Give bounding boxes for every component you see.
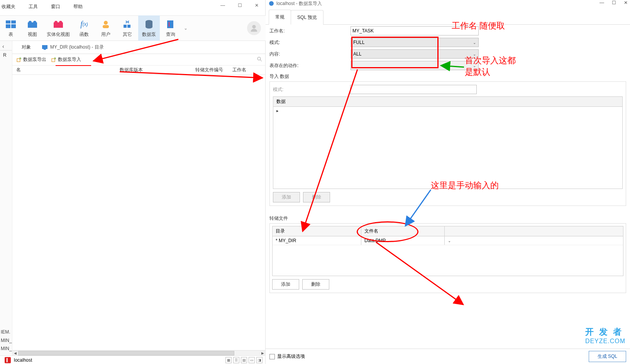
view-grid-icon[interactable]: ▦	[225, 357, 232, 363]
data-grid: 数据 ▸	[273, 96, 623, 189]
minimize-button[interactable]: —	[214, 0, 231, 11]
svg-point-9	[104, 21, 108, 25]
svg-rect-12	[127, 25, 130, 28]
search-icon[interactable]	[257, 56, 262, 63]
button-generate-sql[interactable]: 生成 SQL	[589, 351, 626, 362]
dialog-window-controls: — ☐ ✕	[600, 0, 628, 5]
menu-help[interactable]: 帮助	[73, 2, 83, 13]
select-table-exists[interactable]: ⌄	[351, 61, 479, 70]
tab-sqlpreview[interactable]: SQL 预览	[291, 10, 323, 25]
chevron-left-icon[interactable]: ‹	[2, 43, 4, 49]
status-host: localhost	[14, 357, 32, 363]
col-dumpno[interactable]: 转储文件编号	[191, 67, 229, 73]
action-export[interactable]: 数据泵导出	[15, 56, 47, 64]
toolbar-materialized-view[interactable]: 实体化视图	[43, 15, 73, 41]
user-avatar[interactable]	[247, 21, 261, 35]
cell-filename[interactable]: Data.DMP	[361, 236, 445, 245]
menu-window[interactable]: 窗口	[50, 2, 61, 13]
status-bar: ▍ localhost ▦ ☰ ▤ ▭ ◨	[0, 356, 266, 364]
checkbox-advanced[interactable]	[269, 354, 275, 359]
dialog-maximize-button[interactable]: ☐	[612, 0, 616, 5]
button-delete-dump[interactable]: 删除	[302, 279, 329, 290]
scroll-right-icon[interactable]: ▶	[260, 351, 265, 356]
section-import-data: 导入 数据	[269, 73, 626, 80]
col-jobname[interactable]: 工作名	[229, 67, 265, 73]
menu-tools[interactable]: 工具	[28, 2, 39, 13]
dropdown-icon[interactable]: ⌄	[448, 239, 451, 243]
view-mode-icons: ▦ ☰ ▤ ▭ ◨	[225, 357, 262, 363]
toolbar-query[interactable]: 查询	[160, 15, 181, 41]
data-grid-cursor[interactable]: ▸	[273, 107, 622, 115]
dump-grid-header: 目录 文件名	[273, 226, 623, 236]
dump-file-grid: 目录 文件名 * MY_DIR Data.DMP ⌄	[272, 226, 623, 276]
view-small-icon[interactable]: ▤	[241, 357, 247, 363]
toolbar-function[interactable]: f(x)函数	[73, 15, 95, 41]
label-advanced: 显示高级选项	[277, 353, 305, 360]
label-jobname: 工作名:	[269, 28, 351, 34]
svg-point-23	[257, 57, 261, 60]
panel-dump-file: 目录 文件名 * MY_DIR Data.DMP ⌄ 添加 删除	[269, 223, 626, 293]
label-content: 内容:	[269, 51, 351, 57]
input-inner-mode[interactable]	[350, 85, 477, 94]
editor-tabs: 对象 MY_DIR (localhost) - 目录	[12, 41, 265, 54]
svg-rect-19	[42, 45, 47, 49]
svg-point-25	[269, 1, 274, 6]
svg-point-4	[29, 21, 32, 24]
dialog-title: localhost - 数据泵导入	[266, 0, 630, 8]
tab-objects[interactable]: 对象	[16, 42, 36, 53]
select-mode[interactable]: FULL⌄	[351, 38, 479, 47]
horizontal-scrollbar[interactable]: ◀ ▶	[12, 350, 265, 356]
dialog-close-button[interactable]: ✕	[624, 0, 628, 5]
cell-directory[interactable]: * MY_DIR	[273, 236, 361, 245]
connection-icon: ▍	[5, 357, 11, 363]
maximize-button[interactable]: ☐	[231, 0, 248, 11]
col-dbversion[interactable]: 数据库版本	[116, 67, 191, 73]
grid-buttons: 添加 删除	[273, 192, 623, 202]
view-detail-icon[interactable]: ▭	[249, 357, 255, 363]
toolbar-other[interactable]: 其它	[117, 15, 138, 41]
toolbar-datapump[interactable]: 数据泵	[138, 15, 160, 41]
panel-import-data: 模式: 数据 ▸ 添加 删除	[269, 81, 626, 206]
dialog-tabs: 常规 SQL 预览	[266, 9, 630, 25]
toolbar-user[interactable]: 用户	[95, 15, 117, 41]
dump-row[interactable]: * MY_DIR Data.DMP ⌄	[273, 236, 623, 245]
svg-point-15	[146, 25, 152, 29]
button-add-dump[interactable]: 添加	[272, 279, 299, 290]
tab-general[interactable]: 常规	[269, 10, 291, 25]
svg-rect-2	[10, 20, 11, 28]
menu-favorites[interactable]: 收藏夹	[1, 2, 16, 13]
select-content[interactable]: ALL⌄	[351, 49, 479, 59]
label-mode: 模式:	[269, 39, 351, 46]
import-dialog: localhost - 数据泵导入 — ☐ ✕ 常规 SQL 预览 工作名: 模…	[266, 0, 630, 364]
svg-line-24	[260, 60, 262, 61]
col-directory: 目录	[273, 226, 361, 236]
input-jobname[interactable]	[351, 26, 479, 35]
col-filename: 文件名	[361, 226, 445, 236]
col-name[interactable]: 名	[12, 67, 116, 73]
sidebar-letter: R	[3, 52, 7, 58]
button-delete-data[interactable]: 删除	[303, 192, 330, 202]
view-list-icon[interactable]: ☰	[233, 357, 239, 363]
toolbar-view[interactable]: 视图	[22, 15, 43, 41]
close-button[interactable]: ✕	[248, 0, 265, 11]
scroll-left-icon[interactable]: ◀	[12, 351, 18, 356]
app-icon	[269, 1, 274, 6]
svg-rect-10	[103, 25, 109, 28]
svg-point-18	[252, 25, 256, 29]
tab-directory[interactable]: MY_DIR (localhost) - 目录	[39, 42, 106, 53]
svg-rect-17	[169, 22, 169, 27]
button-add-data[interactable]: 添加	[273, 192, 300, 202]
action-bar: 数据泵导出 数据泵导入	[12, 54, 265, 66]
caret-icon: ⌄	[473, 40, 476, 45]
action-import[interactable]: 数据泵导入	[50, 56, 82, 64]
svg-point-5	[33, 21, 36, 24]
view-panel-icon[interactable]: ◨	[256, 357, 262, 363]
dialog-minimize-button[interactable]: —	[600, 0, 604, 5]
dropdown-caret-icon[interactable]: ⌄	[184, 25, 188, 31]
dialog-bottom-bar: 显示高级选项 生成 SQL	[266, 349, 630, 364]
svg-point-7	[54, 21, 58, 24]
svg-rect-16	[167, 20, 173, 28]
window-controls: — ☐ ✕	[214, 0, 265, 11]
scroll-thumb[interactable]	[18, 351, 234, 356]
toolbar-table[interactable]: 表	[0, 15, 22, 41]
